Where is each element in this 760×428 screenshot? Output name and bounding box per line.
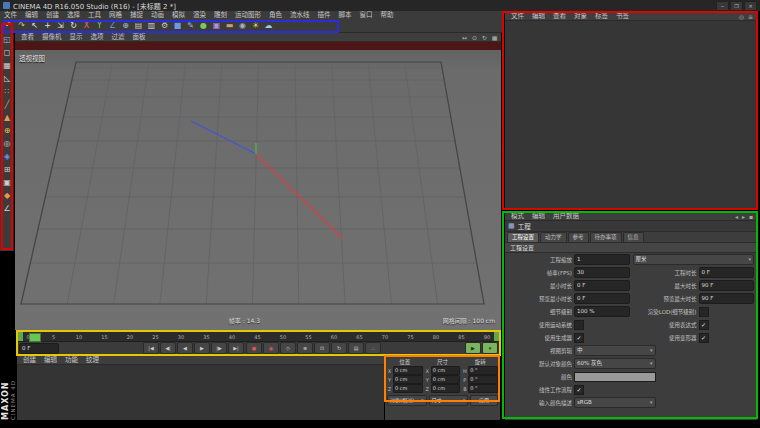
goto-start-button[interactable]: |◀ <box>143 342 159 354</box>
coord-size-dropdown[interactable]: 尺寸▾ <box>429 395 469 406</box>
record-parameter-button[interactable]: ▤ <box>348 342 364 354</box>
subdivision-surface-icon[interactable]: ● <box>197 20 210 32</box>
record-keyframe-button[interactable]: ● <box>246 342 262 354</box>
am-menu-0[interactable]: 模式 <box>507 212 528 221</box>
light-object-icon[interactable]: ☀ <box>249 20 262 32</box>
minimize-button[interactable]: ─ <box>716 1 729 11</box>
viewport-menu-5[interactable]: 面板 <box>129 33 150 42</box>
coordinate-system-icon[interactable]: ⊕ <box>119 20 132 32</box>
project-scale-unit-dropdown[interactable]: 厘米▾ <box>633 254 755 265</box>
menu-1[interactable]: 编辑 <box>21 11 42 20</box>
viewport-menu-0[interactable]: 查看 <box>17 33 38 42</box>
menu-2[interactable]: 创建 <box>42 11 63 20</box>
keyframe-selection-button[interactable]: ◇ <box>280 342 296 354</box>
use-motion-system-check[interactable] <box>574 320 584 330</box>
texture-mode-icon[interactable]: ▦ <box>0 59 14 72</box>
menu-3[interactable]: 选择 <box>63 11 84 20</box>
linear-workflow-check[interactable]: ✓ <box>574 385 584 395</box>
am-history-forward-icon[interactable]: ▸ <box>740 213 747 220</box>
viewport-view-label[interactable]: 透视视图 <box>19 53 45 63</box>
use-generators-check[interactable]: ✓ <box>574 333 584 343</box>
view-clipping-dropdown[interactable]: 中▾ <box>574 345 656 356</box>
menu-7[interactable]: 动画 <box>147 11 168 20</box>
viewport-menu-3[interactable]: 选项 <box>87 33 108 42</box>
timeline-ruler[interactable]: 051015202530354045505560657075808590 <box>17 331 500 342</box>
preview-range-start-handle[interactable] <box>18 332 23 341</box>
menu-0[interactable]: 文件 <box>0 11 21 20</box>
fps-field[interactable]: 30 <box>574 267 630 278</box>
menu-6[interactable]: 捕捉 <box>126 11 147 20</box>
preview-min-time-field[interactable]: 0 F <box>574 293 630 304</box>
viewport-canvas[interactable]: 透视视图 帧率 : 14.3 网格间隔 : 100 cm <box>15 42 501 330</box>
measure-icon[interactable]: ∠ <box>0 202 14 215</box>
pan-view-icon[interactable]: ↔ <box>460 34 469 41</box>
project-time-field[interactable]: 0 F <box>699 267 755 278</box>
playback-preview-button[interactable]: ▶ <box>465 342 481 354</box>
lock-z-axis-icon[interactable]: Z <box>106 20 119 32</box>
move-tool-icon[interactable]: + <box>41 20 54 32</box>
viewport-menu-1[interactable]: 摄像机 <box>38 33 66 42</box>
attr-tab-3[interactable]: 待办事项 <box>590 232 622 242</box>
object-color-color[interactable] <box>574 372 656 382</box>
menu-5[interactable]: 网格 <box>105 11 126 20</box>
use-expressions-check[interactable]: ✓ <box>699 320 709 330</box>
coord-field-0-Z[interactable]: 0 cm <box>393 384 423 393</box>
floor-object-icon[interactable]: ▬ <box>223 20 236 32</box>
workplane-mode-icon[interactable]: ◺ <box>0 72 14 85</box>
attr-tab-0[interactable]: 工程设置 <box>507 232 539 242</box>
use-deformers-check[interactable]: ✓ <box>699 333 709 343</box>
menu-14[interactable]: 插件 <box>314 11 335 20</box>
goto-end-button[interactable]: ▶| <box>228 342 244 354</box>
undo-icon[interactable]: ↶ <box>2 20 15 32</box>
render-settings-icon[interactable]: ⚙ <box>158 20 171 32</box>
preview-max-time-field[interactable]: 90 F <box>699 293 755 304</box>
lock-x-axis-icon[interactable]: X <box>80 20 93 32</box>
points-mode-icon[interactable]: ∷ <box>0 85 14 98</box>
attr-tab-1[interactable]: 动力学 <box>540 232 567 242</box>
playback-options-button[interactable]: ▾ <box>482 342 498 354</box>
material-list[interactable] <box>17 365 384 420</box>
coord-field-2-B[interactable]: 0 ° <box>468 384 498 393</box>
om-menu-5[interactable]: 书签 <box>612 12 633 21</box>
next-frame-button[interactable]: |▶ <box>211 342 227 354</box>
magnet-icon[interactable]: ◆ <box>0 189 14 202</box>
prev-key-button[interactable]: ◀| <box>160 342 176 354</box>
record-scale-button[interactable]: ⊡ <box>314 342 330 354</box>
coord-mode-dropdown[interactable]: 对象(相对)▾ <box>387 395 427 406</box>
preview-range-end-handle[interactable] <box>494 332 499 341</box>
attr-tab-2[interactable]: 参考 <box>568 232 589 242</box>
min-time-field[interactable]: 0 F <box>574 280 630 291</box>
sky-object-icon[interactable]: ☁ <box>262 20 275 32</box>
menu-10[interactable]: 雕刻 <box>210 11 231 20</box>
menu-16[interactable]: 窗口 <box>356 11 377 20</box>
toggle-views-icon[interactable]: ▦ <box>490 34 499 41</box>
default-object-color-dropdown[interactable]: 60% 灰色▾ <box>574 358 656 369</box>
coord-field-0-Y[interactable]: 0 cm <box>393 375 423 384</box>
menu-4[interactable]: 工具 <box>84 11 105 20</box>
coord-field-2-H[interactable]: 0 ° <box>468 366 498 375</box>
am-menu-2[interactable]: 用户数据 <box>549 212 583 221</box>
render-view-icon[interactable]: ▤ <box>132 20 145 32</box>
camera-object-icon[interactable]: ◉ <box>236 20 249 32</box>
rotate-tool-icon[interactable]: ↻ <box>67 20 80 32</box>
coord-field-1-Z[interactable]: 0 cm <box>431 384 461 393</box>
mat-menu-0[interactable]: 创建 <box>19 356 40 365</box>
snap-icon[interactable]: ◈ <box>0 150 14 163</box>
lock-y-axis-icon[interactable]: Y <box>93 20 106 32</box>
project-scale-field[interactable]: 1 <box>574 254 630 265</box>
play-forward-button[interactable]: ▶ <box>194 342 210 354</box>
live-selection-icon[interactable]: ↖ <box>28 20 41 32</box>
polygons-mode-icon[interactable]: ▲ <box>0 111 14 124</box>
autokeying-button[interactable]: ◉ <box>263 342 279 354</box>
menu-15[interactable]: 脚本 <box>335 11 356 20</box>
om-menu-3[interactable]: 对象 <box>570 12 591 21</box>
redo-icon[interactable]: ↷ <box>15 20 28 32</box>
coord-field-0-X[interactable]: 0 cm <box>393 366 423 375</box>
current-frame-marker[interactable] <box>29 333 41 342</box>
lock-workplane-icon[interactable]: ▣ <box>0 176 14 189</box>
close-button[interactable]: ✕ <box>744 1 757 11</box>
prev-frame-button[interactable]: ◀ <box>177 342 193 354</box>
menu-17[interactable]: 帮助 <box>377 11 398 20</box>
om-menu-0[interactable]: 文件 <box>507 12 528 21</box>
om-menu-icon[interactable]: ≡ <box>746 13 755 20</box>
